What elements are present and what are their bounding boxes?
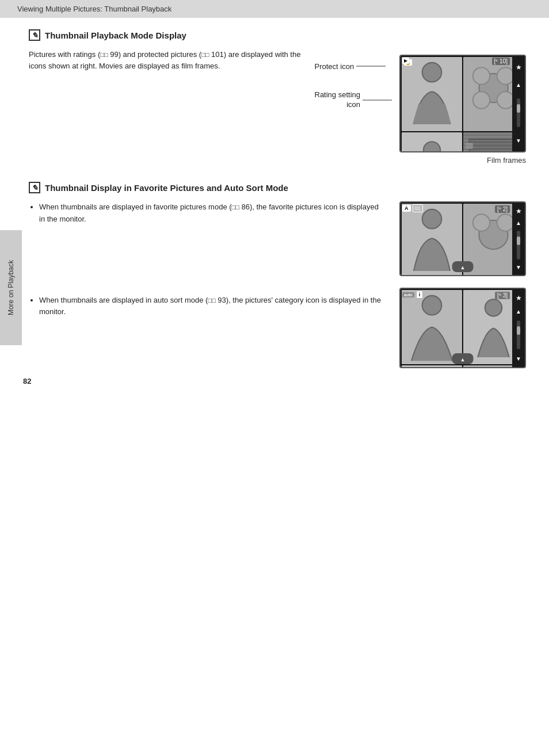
lcd3-counter-text: [ᵉ 3] [495,292,510,299]
lcd2-counter-text: [ᵉ 2] [495,205,510,213]
lcd-screen-1: 🔒 [399,55,526,152]
lcd-arrow-up: ▲ [516,82,521,88]
lcd1-top-bar: ▶ [402,58,409,64]
svg-point-8 [424,142,440,152]
sidebar-tab: More on Playback [0,230,22,345]
child-svg [402,132,462,152]
svg-point-4 [473,67,490,84]
section2-bullets: When thumbnails are displayed in favorit… [29,201,382,324]
lcd-arrow-down: ▼ [516,138,521,144]
svg-point-6 [473,91,490,108]
lcd-sidebar-2: ★ ▲ ▼ [512,203,525,275]
page-header: Viewing Multiple Pictures: Thumbnail Pla… [0,0,549,18]
lcd-screen-3: ★ ▲ ▼ auto i [ᵉ 3] [399,288,526,368]
protect-icon-arrow [354,60,388,72]
section1-labels: Protect icon Rating settingicon [315,55,395,110]
lcd3-counter: [ᵉ 3] [495,291,510,299]
lcd3-star: ★ [516,294,522,302]
lcd-cell-tl: 🔒 [402,57,462,131]
svg-point-22 [473,214,490,231]
lcd2-btn-icon: ▲ [460,265,466,270]
rating-icon-arrow [360,94,395,106]
rating-icon-label-row: Rating settingicon [315,90,395,110]
bullet-list: When thumbnails are displayed in favorit… [29,201,382,318]
lcd-diagram-2: ★ ▲ ▼ A 01 [ᵉ 2] [399,201,526,276]
film-frames-label: Film frames [399,156,526,165]
section2-note-icon: ✎ [29,182,40,193]
section2: ✎ Thumbnail Display in Favorite Pictures… [29,182,526,368]
lcd-screen-2: ★ ▲ ▼ A 01 [ᵉ 2] [399,201,526,276]
lcd-grid-1: 🔒 [401,56,525,151]
lcd2-counter-icon: 01 [413,204,423,212]
section1-content: Pictures with ratings (□□ 99) and protec… [29,49,526,165]
bullet2: When thumbnails are displayed in auto so… [39,295,382,319]
lcd3-top-icons: auto i [402,291,423,299]
section1-title: Thumbnail Playback Mode Display [45,30,186,40]
svg-rect-9 [470,139,518,152]
svg-point-20 [422,209,442,229]
section1-text: Pictures with ratings (□□ 99) and protec… [29,49,303,71]
svg-point-5 [497,67,514,84]
protect-icon-label: Protect icon [315,62,354,71]
section1-body: Pictures with ratings (□□ 99) and protec… [29,49,303,71]
svg-rect-10 [466,143,473,148]
lcd-scrollbar [517,98,520,127]
bullet2-text: When thumbnails are displayed in auto so… [39,296,381,316]
lcd-inner-1: 🔒 [401,56,525,151]
lcd3-cell-bl [402,365,462,368]
lcd2-counter: [ᵉ 2] [495,204,510,213]
lcd-diagram-3: ★ ▲ ▼ auto i [ᵉ 3] [399,288,526,368]
svg-point-23 [497,214,514,231]
section2-title-row: ✎ Thumbnail Display in Favorite Pictures… [29,182,526,193]
lcd2-star: ★ [516,207,522,215]
lcd-diagram-1: 🔒 [399,55,526,165]
header-title: Viewing Multiple Pictures: Thumbnail Pla… [17,5,171,13]
section2-content: When thumbnails are displayed in favorit… [29,201,526,368]
bullet1-text: When thumbnails are displayed in favorit… [39,203,379,223]
lcd2-arrow-down: ▼ [516,264,521,270]
section1-note-icon: ✎ [29,29,40,41]
lcd-cell-bl: ★ [402,132,462,152]
lcd3-auto-icon: auto [402,292,414,297]
sidebar-label: More on Playback [7,260,15,315]
page-number: 82 [23,377,31,385]
rating-icon-label: Rating settingicon [315,90,361,110]
svg-point-24 [422,296,442,315]
lcd1-counter: [ᵉ 10] [492,58,510,65]
section2-title: Thumbnail Display in Favorite Pictures a… [45,183,288,193]
protect-icon-label-row: Protect icon [315,60,395,72]
section2-diagrams: ★ ▲ ▼ A 01 [ᵉ 2] [399,201,526,368]
svg-point-7 [497,91,514,108]
section1-diagram-area: Protect icon Rating settingicon [315,55,527,165]
lcd3-category-icon: i [416,291,424,299]
lcd2-bottom-btn: ▲ [452,261,474,272]
lcd3-arrow-down: ▼ [516,356,521,362]
lcd3-arrow-up: ▲ [516,308,521,315]
lcd2-top-icons: A 01 [402,204,423,212]
section1-title-row: ✎ Thumbnail Playback Mode Display [29,29,526,41]
lcd-sidebar-1: ★ ▲ ▼ [512,56,525,151]
svg-point-25 [485,299,502,316]
lcd1-play-icon: ▶ [402,58,409,64]
lcd-star-icon: ★ [516,63,522,71]
section1: ✎ Thumbnail Playback Mode Display Pictur… [29,29,526,165]
lcd2-fav-icon: A [402,205,411,212]
lcd2-arrow-up: ▲ [516,220,521,226]
lcd3-child-bl [402,365,462,368]
lcd3-btn-icon: ▲ [460,357,466,362]
lcd-sidebar-3: ★ ▲ ▼ [512,289,525,367]
svg-point-2 [422,63,442,82]
lcd2-scrollbar [517,231,520,259]
lcd3-scrollbar [517,320,520,349]
bullet1: When thumbnails are displayed in favorit… [39,201,382,226]
lcd3-woman-tl [402,290,462,364]
person-svg-tl [402,57,462,131]
lcd3-cell-tl [402,290,462,364]
lcd1-counter-text: [ᵉ 10] [492,58,510,65]
lcd3-bottom-btn: ▲ [452,353,474,364]
